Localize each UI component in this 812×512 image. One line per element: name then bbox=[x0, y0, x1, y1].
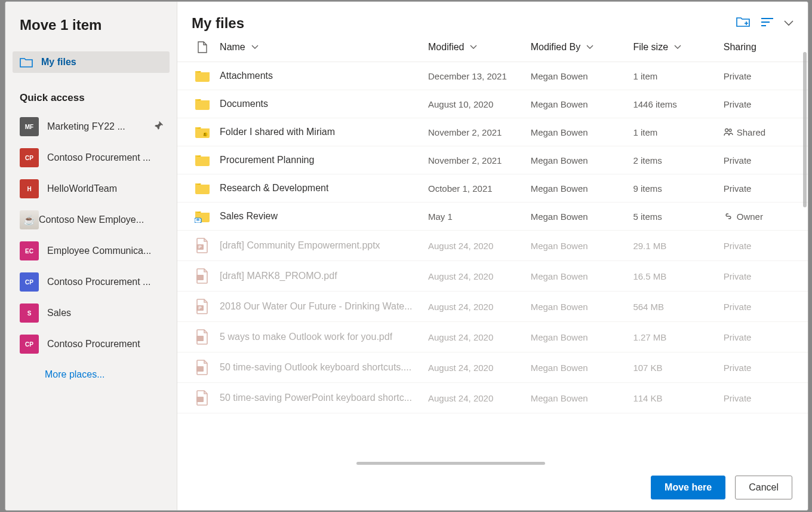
file-sharing: Private bbox=[724, 271, 801, 281]
file-size: 1.27 MB bbox=[633, 332, 723, 342]
quick-access-item[interactable]: ☕Contoso New Employe... bbox=[13, 204, 170, 235]
sort-icon[interactable] bbox=[761, 17, 773, 29]
col-modified-by[interactable]: Modified By bbox=[531, 42, 633, 53]
file-modified-by: Megan Bowen bbox=[531, 71, 633, 81]
table-row[interactable]: Research & Development October 1, 2021 M… bbox=[177, 174, 808, 203]
file-type-icon bbox=[184, 360, 220, 375]
vertical-scrollbar[interactable] bbox=[803, 52, 807, 207]
main-actions bbox=[736, 16, 793, 30]
file-sharing: Private bbox=[724, 241, 801, 251]
file-modified-by: Megan Bowen bbox=[531, 393, 633, 403]
file-sharing: Private bbox=[724, 155, 801, 165]
col-file-icon[interactable] bbox=[184, 41, 220, 53]
col-sharing[interactable]: Sharing bbox=[724, 42, 801, 53]
svg-text:P: P bbox=[198, 305, 202, 311]
table-row[interactable]: Sales Review May 1 Megan Bowen 5 items O… bbox=[177, 203, 808, 231]
horizontal-scrollbar[interactable] bbox=[356, 462, 545, 465]
file-name: Documents bbox=[220, 99, 268, 109]
table-header: Name Modified Modified By bbox=[177, 36, 808, 62]
table-row: 5 ways to make Outlook work for you.pdf … bbox=[177, 322, 808, 352]
quick-access-item[interactable]: ECEmployee Communica... bbox=[13, 235, 170, 266]
file-modified: October 1, 2021 bbox=[428, 183, 531, 194]
file-modified: August 24, 2020 bbox=[428, 332, 531, 342]
col-name[interactable]: Name bbox=[220, 42, 428, 53]
svg-rect-12 bbox=[196, 397, 204, 402]
file-size: 564 MB bbox=[633, 302, 723, 312]
file-name: Research & Development bbox=[220, 183, 328, 194]
quick-access-item[interactable]: CPContoso Procurement ... bbox=[13, 142, 170, 173]
chevron-down-icon bbox=[251, 43, 259, 51]
file-name: Sales Review bbox=[220, 211, 278, 222]
file-modified-by: Megan Bowen bbox=[531, 183, 633, 194]
file-modified-by: Megan Bowen bbox=[531, 271, 633, 281]
col-file-size[interactable]: File size bbox=[633, 42, 723, 53]
svg-rect-11 bbox=[196, 366, 204, 372]
main-panel: My files Name bbox=[177, 2, 808, 510]
quick-access-item[interactable]: SSales bbox=[13, 298, 170, 329]
quick-access-item[interactable]: MFMarketing FY22 ... bbox=[13, 111, 170, 142]
file-type-icon: P bbox=[184, 299, 220, 314]
svg-point-2 bbox=[725, 129, 728, 132]
file-sharing: Shared bbox=[724, 127, 801, 137]
file-type-icon bbox=[184, 390, 220, 406]
quick-access-list: MFMarketing FY22 ...CPContoso Procuremen… bbox=[13, 111, 170, 360]
col-modified[interactable]: Modified bbox=[428, 42, 531, 53]
svg-rect-7 bbox=[196, 275, 204, 280]
more-places-link[interactable]: More places... bbox=[13, 360, 170, 387]
svg-point-0 bbox=[203, 133, 207, 137]
file-size: 1 item bbox=[633, 71, 723, 81]
file-sharing: Private bbox=[724, 363, 801, 373]
folder-outline-icon bbox=[20, 57, 33, 68]
file-sharing: Private bbox=[724, 71, 801, 81]
file-modified: August 24, 2020 bbox=[428, 271, 531, 281]
sidebar-item-my-files[interactable]: My files bbox=[13, 51, 170, 73]
file-name: 50 time-saving PowerPoint keyboard short… bbox=[220, 393, 412, 403]
file-type-icon bbox=[184, 210, 220, 223]
site-badge-icon: CP bbox=[20, 335, 39, 354]
file-modified: August 24, 2020 bbox=[428, 363, 531, 373]
file-modified-by: Megan Bowen bbox=[531, 99, 633, 109]
chevron-down-icon[interactable] bbox=[784, 18, 793, 29]
file-name: [draft] Community Empowerment.pptx bbox=[220, 240, 380, 251]
file-modified-by: Megan Bowen bbox=[531, 241, 633, 251]
file-modified: August 24, 2020 bbox=[428, 241, 531, 251]
site-badge-icon: CP bbox=[20, 148, 39, 167]
table-body: Attachments December 13, 2021 Megan Bowe… bbox=[177, 62, 808, 413]
chevron-down-icon bbox=[470, 43, 477, 51]
table-row[interactable]: Procurement Planning November 2, 2021 Me… bbox=[177, 146, 808, 174]
move-here-button[interactable]: Move here bbox=[651, 476, 725, 499]
file-modified-by: Megan Bowen bbox=[531, 302, 633, 312]
file-type-icon bbox=[184, 268, 220, 284]
table-row[interactable]: Documents August 10, 2020 Megan Bowen 14… bbox=[177, 90, 808, 118]
table-row[interactable]: Folder I shared with Miriam November 2, … bbox=[177, 118, 808, 146]
file-name: Procurement Planning bbox=[220, 155, 314, 165]
quick-access-item[interactable]: CPContoso Procurement ... bbox=[13, 266, 170, 298]
file-type-icon bbox=[184, 154, 220, 167]
file-size: 107 KB bbox=[633, 363, 723, 373]
table-row: [draft] MARK8_PROMO.pdf August 24, 2020 … bbox=[177, 261, 808, 292]
quick-access-item[interactable]: CPContoso Procurement bbox=[13, 329, 170, 360]
table-row: P [draft] Community Empowerment.pptx Aug… bbox=[177, 231, 808, 261]
file-name: Attachments bbox=[220, 70, 273, 81]
quick-access-label: Sales bbox=[47, 308, 71, 318]
site-badge-icon: S bbox=[20, 303, 39, 323]
site-badge-icon: H bbox=[20, 179, 39, 198]
pin-icon[interactable] bbox=[154, 121, 164, 133]
file-name: [draft] MARK8_PROMO.pdf bbox=[220, 271, 337, 281]
file-size: 1 item bbox=[633, 127, 723, 137]
new-folder-icon[interactable] bbox=[736, 16, 751, 30]
file-type-icon bbox=[184, 125, 220, 139]
file-type-icon bbox=[184, 69, 220, 82]
dialog-footer: Move here Cancel bbox=[177, 465, 808, 510]
cancel-button[interactable]: Cancel bbox=[735, 476, 792, 499]
table-row[interactable]: Attachments December 13, 2021 Megan Bowe… bbox=[177, 62, 808, 90]
quick-access-label: Contoso New Employe... bbox=[39, 214, 144, 225]
file-sharing: Private bbox=[724, 302, 801, 312]
quick-access-label: Contoso Procurement ... bbox=[47, 277, 150, 287]
quick-access-label: Contoso Procurement bbox=[47, 339, 140, 349]
table-row: P 2018 Our Water Our Future - Drinking W… bbox=[177, 292, 808, 322]
file-sharing: Private bbox=[724, 393, 801, 403]
col-file-size-label: File size bbox=[633, 42, 668, 53]
file-sharing: Private bbox=[724, 332, 801, 342]
quick-access-item[interactable]: HHelloWorldTeam bbox=[13, 173, 170, 204]
